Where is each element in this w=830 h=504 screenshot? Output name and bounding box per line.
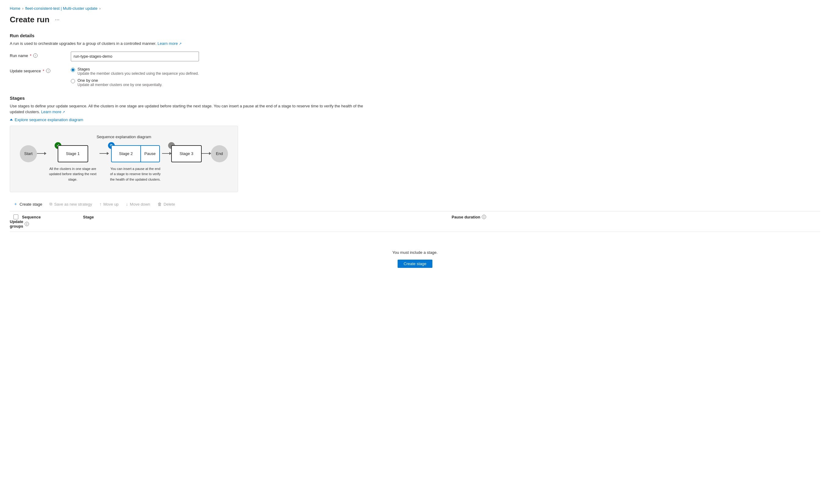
arrow-start-stage1 (37, 145, 46, 154)
run-details-learn-more[interactable]: Learn more (157, 41, 182, 46)
diagram-node-start: Start (20, 145, 37, 162)
ellipsis-button[interactable]: ··· (53, 16, 61, 24)
save-as-new-label: Save as new strategy (54, 202, 92, 206)
radio-stages-desc: Update the member clusters you selected … (77, 71, 199, 76)
explore-toggle-label: Explore sequence explanation diagram (14, 117, 83, 122)
delete-label: Delete (164, 202, 175, 206)
copy-icon: ⧉ (50, 202, 52, 206)
end-node: End (211, 145, 228, 162)
arrow-stage3-end (202, 145, 211, 154)
run-details-desc: A run is used to orchestrate upgrades fo… (10, 41, 284, 47)
col-header-update-groups: Update groups i (10, 220, 22, 229)
run-details-title: Run details (10, 33, 820, 38)
diagram-title: Sequence explanation diagram (20, 135, 228, 139)
diagram-node-stage3: Stage 3 (171, 145, 202, 162)
create-stage-label: Create stage (20, 202, 42, 206)
arrow-up-icon: ↑ (99, 202, 102, 206)
delete-button[interactable]: 🗑 Delete (154, 200, 179, 208)
breadcrumb-sep2: › (99, 6, 100, 11)
run-name-input[interactable] (71, 52, 199, 61)
move-down-label: Move down (130, 202, 150, 206)
empty-state-message: You must include a stage. (10, 250, 820, 255)
radio-onebyone-text: One by one Update all member clusters on… (77, 78, 162, 87)
stage2-pause-box: Stage 2 Pause (111, 145, 160, 162)
stage1-box-wrapper: ✓ Stage 1 (58, 145, 88, 162)
diagram-node-stage1: ✓ Stage 1 All the clusters in one stage … (46, 145, 99, 182)
stage2-sub-text: You can insert a pause at the end of a s… (110, 167, 161, 181)
radio-onebyone-option[interactable]: One by one Update all member clusters on… (71, 78, 199, 87)
move-up-label: Move up (103, 202, 119, 206)
stage1-sub-text: All the clusters in one stage are update… (49, 167, 96, 181)
create-stage-empty-button[interactable]: Create stage (397, 260, 433, 268)
arrow-line2 (99, 153, 108, 154)
arrow-stage1-stage2 (99, 145, 108, 154)
update-sequence-label: Update sequence * i (10, 67, 71, 73)
run-details-section: Run details A run is used to orchestrate… (10, 33, 820, 87)
stages-table: Sequence Stage Pause duration i Update g… (10, 211, 820, 274)
stage2-box-wrapper: ⟳ Stage 2 Pause (111, 145, 160, 162)
move-down-button[interactable]: ↓ Move down (122, 200, 154, 208)
breadcrumb-home[interactable]: Home (10, 6, 21, 11)
stage3-box: Stage 3 (171, 145, 202, 162)
arrow-line3 (162, 153, 171, 154)
diagram-flow: Start ✓ Stage 1 All the clusters in one … (20, 145, 228, 182)
run-name-label: Run name * i (10, 52, 71, 58)
table-header-checkbox-cell (10, 214, 22, 220)
radio-onebyone-desc: Update all member clusters one by one se… (77, 83, 162, 87)
radio-stages-text: Stages Update the member clusters you se… (77, 67, 199, 76)
trash-icon: 🗑 (157, 202, 162, 206)
col-header-sequence: Sequence (22, 215, 83, 220)
table-header-row: Sequence Stage Pause duration i Update g… (10, 211, 820, 232)
stage1-label-area: All the clusters in one stage are update… (46, 166, 99, 182)
save-as-new-strategy-button[interactable]: ⧉ Save as new strategy (46, 200, 96, 208)
breadcrumb-fleet[interactable]: fleet-consistent-test | Multi-cluster up… (25, 6, 98, 11)
radio-stages-label: Stages (77, 67, 199, 71)
stage2-inner: Stage 2 (112, 146, 141, 162)
stage2-label-area: You can insert a pause at the end of a s… (108, 166, 162, 182)
update-sequence-info-icon[interactable]: i (46, 69, 50, 73)
plus-icon: ＋ (13, 201, 18, 207)
explore-toggle-button[interactable]: Explore sequence explanation diagram (10, 117, 83, 122)
diagram-node-stage2: ⟳ Stage 2 Pause You can insert a pause a… (108, 145, 162, 182)
page-title: Create run (10, 15, 50, 24)
required-star: * (30, 54, 31, 58)
pause-duration-info-icon[interactable]: i (482, 215, 486, 219)
pause-inner: Pause (141, 146, 159, 162)
update-sequence-radio-group: Stages Update the member clusters you se… (71, 67, 199, 87)
arrow-down-icon: ↓ (126, 202, 128, 206)
stage3-box-wrapper: Stage 3 (171, 145, 202, 162)
diagram-container: Sequence explanation diagram Start ✓ Sta… (10, 126, 238, 193)
stages-learn-more[interactable]: Learn more (41, 109, 65, 114)
update-sequence-row: Update sequence * i Stages Update the me… (10, 67, 820, 87)
stages-intro: Use stages to define your update sequenc… (10, 103, 376, 115)
run-name-info-icon[interactable]: i (33, 54, 37, 58)
create-stage-button[interactable]: ＋ Create stage (10, 200, 46, 209)
stages-section: Stages Use stages to define your update … (10, 96, 820, 274)
stages-title: Stages (10, 96, 820, 101)
required-star-seq: * (43, 69, 44, 73)
start-node: Start (20, 145, 37, 162)
empty-state: You must include a stage. Create stage (10, 232, 820, 274)
radio-onebyone-label: One by one (77, 78, 162, 83)
stage1-box: Stage 1 (58, 145, 88, 162)
breadcrumb: Home › fleet-consistent-test | Multi-clu… (10, 6, 820, 11)
col-header-pause-duration: Pause duration i (452, 215, 820, 220)
run-name-row: Run name * i (10, 52, 820, 61)
page-title-row: Create run ··· (10, 15, 820, 24)
update-groups-info-icon[interactable]: i (25, 222, 29, 226)
breadcrumb-sep1: › (22, 6, 24, 11)
stages-toolbar: ＋ Create stage ⧉ Save as new strategy ↑ … (10, 200, 820, 211)
col-header-stage: Stage (83, 215, 452, 220)
select-all-checkbox[interactable] (13, 214, 18, 220)
radio-stages-input[interactable] (71, 68, 75, 72)
move-up-button[interactable]: ↑ Move up (96, 200, 122, 208)
arrow-line4 (202, 153, 211, 154)
radio-stages-option[interactable]: Stages Update the member clusters you se… (71, 67, 199, 76)
radio-onebyone-input[interactable] (71, 79, 75, 83)
arrow-line (37, 153, 46, 154)
diagram-node-end: End (211, 145, 228, 162)
chevron-up-icon (10, 119, 13, 121)
